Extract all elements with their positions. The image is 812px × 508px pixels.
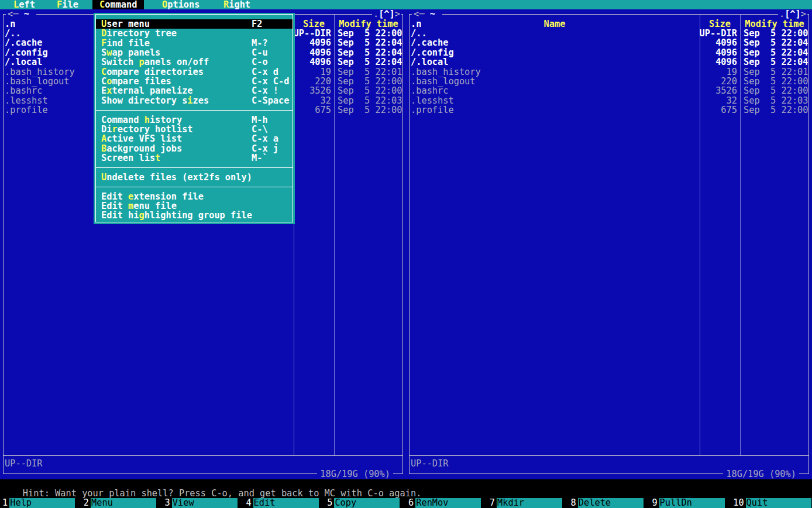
- hotkey-letter: i: [187, 95, 192, 106]
- menu-bar: LeftFileCommandOptionsRight: [0, 0, 812, 9]
- hotkey-letter: m: [128, 201, 133, 211]
- label-text: ndelete files (ext2fs only): [106, 172, 252, 183]
- fkey-label: Copy: [334, 498, 400, 508]
- menu-options[interactable]: Options: [162, 0, 199, 9]
- file-row[interactable]: .profile675Sep 5 22:00: [410, 105, 808, 115]
- column-header-mtime[interactable]: Modify time: [740, 19, 809, 29]
- fkey-label: Edit: [253, 498, 319, 508]
- function-key-bar: 1Help2Menu3View4Edit5Copy6RenMov7Mkdir8D…: [0, 498, 812, 508]
- menu-item-user-menu[interactable]: User menuF2: [96, 19, 293, 29]
- menu-item-compare-files[interactable]: Compare filesC-x C-d: [96, 77, 293, 86]
- menu-item-edit-menu-file[interactable]: Edit menu file: [96, 201, 293, 211]
- file-name: .bashrc: [5, 86, 42, 95]
- column-header-size[interactable]: Size: [700, 19, 740, 29]
- fkey-2-menu[interactable]: 2Menu: [81, 498, 163, 508]
- column-header-size[interactable]: Size: [294, 19, 334, 29]
- menu-file[interactable]: File: [57, 0, 78, 9]
- menu-item-show-directory-sizes[interactable]: Show directory sizesC-Space: [96, 96, 293, 105]
- file-size: 3526: [661, 86, 737, 95]
- menu-left[interactable]: Left: [13, 0, 35, 9]
- menu-item-command-history[interactable]: Command historyM-h: [96, 115, 293, 125]
- column-header-mtime[interactable]: Modify time: [334, 19, 403, 29]
- file-size: 4096: [661, 48, 737, 57]
- fkey-7-mkdir[interactable]: 7Mkdir: [487, 498, 569, 508]
- file-mtime: Sep 5 22:01: [744, 67, 808, 77]
- fkey-label: Menu: [91, 498, 156, 508]
- menu-item-screen-list[interactable]: Screen listM-`: [96, 153, 293, 163]
- file-name: /.config: [411, 48, 454, 57]
- column-header-name[interactable]: Name: [410, 19, 700, 29]
- file-row[interactable]: .bash_logout220Sep 5 22:00: [410, 77, 808, 86]
- menu-item-directory-tree[interactable]: Directory tree: [96, 29, 293, 38]
- file-row[interactable]: .lesshst32Sep 5 22:03: [410, 96, 808, 105]
- file-name: .bashrc: [411, 86, 448, 95]
- menu-item-external-panelize[interactable]: External panelizeC-x !: [96, 86, 293, 95]
- fkey-9-pulldn[interactable]: 9PullDn: [649, 498, 731, 508]
- file-name: .bash_history: [411, 67, 481, 77]
- menu-right[interactable]: Right: [223, 0, 250, 9]
- menu-item-find-file[interactable]: Find fileM-?: [96, 39, 293, 48]
- label-text: S: [101, 47, 106, 58]
- file-size: 19: [661, 67, 737, 77]
- file-mtime: Sep 5 22:03: [744, 96, 808, 105]
- file-row[interactable]: .bashrc3526Sep 5 22:00: [410, 86, 808, 95]
- menu-item-active-vfs-list[interactable]: Active VFS listC-x a: [96, 134, 293, 143]
- file-name: /.cache: [411, 38, 448, 47]
- label-text: Screen lis: [101, 153, 155, 163]
- menu-item-compare-directories[interactable]: Compare directoriesC-x d: [96, 67, 293, 77]
- fkey-8-delete[interactable]: 8Delete: [569, 498, 650, 508]
- fkey-4-edit[interactable]: 4Edit: [243, 498, 325, 508]
- menu-item-edit-extension-file[interactable]: Edit extension file: [96, 192, 293, 201]
- fkey-number: 9: [649, 498, 657, 508]
- menu-item-background-jobs[interactable]: Background jobsC-x j: [96, 144, 293, 153]
- menu-item-undelete-files-ext2fs-only-[interactable]: Undelete files (ext2fs only): [96, 173, 293, 182]
- fkey-label: PullDn: [659, 498, 725, 508]
- file-name: .profile: [411, 105, 454, 115]
- panel-nav-buttons[interactable]: .[^]>: [372, 9, 401, 19]
- hotkey-letter: e: [128, 191, 133, 202]
- panel-header-row: .nNameSizeModify time: [410, 19, 808, 29]
- up-directory-icon: [^]: [379, 9, 395, 19]
- menu-item-swap-panels[interactable]: Swap panelsC-u: [96, 48, 293, 57]
- panel-nav-buttons[interactable]: .[^]>: [778, 9, 807, 19]
- menu-item-shortcut: C-o: [252, 57, 268, 67]
- disk-usage: 18G/19G (90%): [723, 469, 799, 479]
- file-mtime: Sep 5 22:04: [338, 38, 402, 47]
- fkey-5-copy[interactable]: 5Copy: [325, 498, 406, 508]
- menu-item-shortcut: C-x C-d: [252, 77, 289, 86]
- fkey-6-renmov[interactable]: 6RenMov: [406, 498, 487, 508]
- label-text: ternal panelize: [112, 85, 192, 96]
- file-row[interactable]: /.config4096Sep 5 22:04: [410, 48, 808, 57]
- fkey-number: 4: [243, 498, 251, 508]
- file-name: .bash_logout: [411, 77, 476, 86]
- label-text: Edit: [101, 201, 128, 211]
- hotkey-letter: F: [101, 38, 106, 49]
- command-line[interactable]: midnight@commander:~$: [0, 489, 145, 498]
- fkey-number: 7: [487, 498, 495, 508]
- file-mtime: Sep 5 22:04: [744, 38, 808, 47]
- label-text: C: [101, 76, 106, 87]
- file-row[interactable]: /.local4096Sep 5 22:04: [410, 57, 808, 67]
- menu-item-switch-panels-on-off[interactable]: Switch panels on/offC-o: [96, 57, 293, 67]
- file-size: 220: [661, 77, 737, 86]
- fkey-3-view[interactable]: 3View: [163, 498, 244, 508]
- menu-separator: [95, 167, 293, 168]
- file-row[interactable]: /.cache4096Sep 5 22:04: [410, 38, 808, 47]
- dotfiles-toggle-icon: .: [373, 9, 379, 19]
- file-row[interactable]: .bash_history19Sep 5 22:01: [410, 67, 808, 77]
- file-row[interactable]: /..UP--DIRSep 5 22:00: [410, 29, 808, 38]
- label-text: Show directory s: [101, 95, 187, 106]
- fkey-number: 5: [325, 498, 332, 508]
- hotkey-letter: C: [99, 0, 105, 10]
- fkey-10-quit[interactable]: 10Quit: [731, 498, 812, 508]
- label-text: ompare directories: [106, 67, 204, 77]
- fkey-1-help[interactable]: 1Help: [0, 498, 81, 508]
- menu-command[interactable]: Command: [92, 0, 144, 9]
- menu-item-edit-highlighting-group-file[interactable]: Edit highlighting group file: [96, 211, 293, 220]
- hotkey-letter: D: [101, 28, 106, 39]
- fkey-label: Delete: [578, 498, 644, 508]
- fkey-number: 6: [406, 498, 414, 508]
- menu-item-shortcut: C-x !: [252, 86, 278, 95]
- menu-item-directory-hotlist[interactable]: Directory hotlistC-\: [96, 125, 293, 134]
- file-mtime: Sep 5 22:04: [744, 57, 808, 67]
